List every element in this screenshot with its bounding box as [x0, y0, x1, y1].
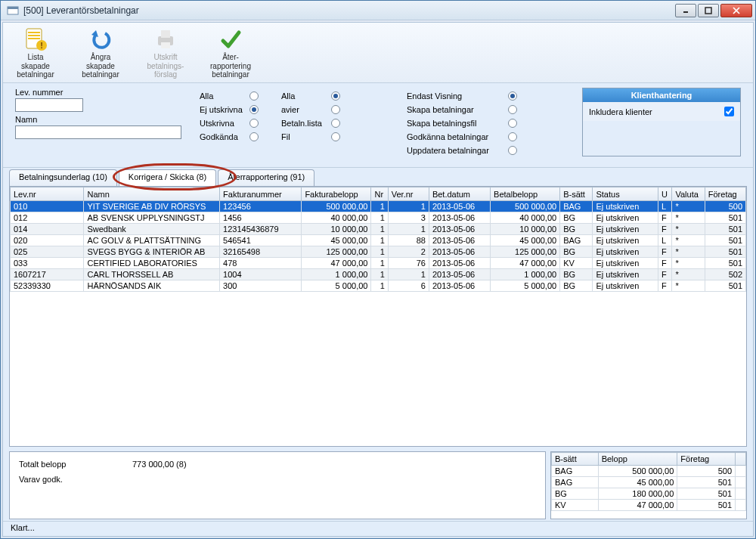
grid-cell: F	[658, 246, 672, 258]
tab-betalningsunderlag[interactable]: Betalningsunderlag (10)	[9, 169, 117, 186]
grid-cell: 125 000,00	[491, 246, 560, 258]
close-button[interactable]	[720, 4, 752, 17]
levnummer-input[interactable]	[15, 98, 83, 112]
radio-label: Uppdatera betalningar	[407, 146, 505, 155]
toolbar-angra-skapade[interactable]: Ångraskapadebetalningar	[74, 26, 127, 79]
grid-cell: BG	[560, 224, 593, 235]
grid-cell: BG	[560, 246, 593, 258]
grid-header[interactable]: Lev.nr	[11, 187, 84, 201]
toolbar-lista-skapade[interactable]: !Listaskapadebetalningar	[9, 26, 62, 79]
tabbar: Betalningsunderlag (10)Korrigera / Skick…	[3, 168, 753, 186]
grid-cell: 025	[11, 246, 84, 258]
grid-cell: *	[672, 224, 705, 235]
print-filter-option[interactable]: Utskrivna	[200, 116, 259, 129]
table-row[interactable]: 1607217CARL THORSSELL AB10041 000,001120…	[11, 269, 746, 280]
grid-cell: 501	[705, 224, 745, 235]
print-filter-option[interactable]: Alla	[200, 89, 259, 102]
radio-icon	[508, 132, 517, 141]
radio-icon	[508, 105, 517, 114]
svg-text:!: !	[40, 41, 43, 50]
radio-label: Betaln.lista	[281, 119, 328, 128]
main-grid[interactable]: Lev.nrNamnFakturanummerFakturabeloppNrVe…	[9, 186, 747, 447]
app-window: [500] Leverantörsbetalningar !Listaskapa…	[0, 0, 756, 539]
inkludera-klienter-checkbox[interactable]	[724, 107, 734, 116]
grid-cell: YIT SVERIGE AB DIV RÖRSYS	[84, 201, 220, 212]
grid-cell: Ej utskriven	[593, 201, 658, 212]
grid-cell: L	[658, 235, 672, 246]
type-filter-option[interactable]: Fil	[281, 130, 340, 143]
grid-cell: Ej utskriven	[593, 280, 658, 292]
table-row[interactable]: 020AC GOLV & PLATTSÄTTNING54654145 000,0…	[11, 235, 746, 246]
grid-cell: 1	[388, 224, 429, 235]
table-row[interactable]: 012AB SVENSK UPPLYSNINGSTJ145640 000,001…	[11, 212, 746, 224]
namn-input[interactable]	[15, 125, 181, 139]
print-filter-option[interactable]: Godkända	[200, 130, 259, 143]
type-filter-option[interactable]: Alla	[281, 89, 340, 102]
tab-korrigera-skicka[interactable]: Korrigera / Skicka (8)	[119, 169, 216, 186]
grid-cell: 1	[371, 235, 388, 246]
grid-header[interactable]: Nr	[371, 187, 388, 201]
grid-header[interactable]: U	[658, 187, 672, 201]
mode-option[interactable]: Endast Visning	[407, 89, 517, 102]
grid-header[interactable]: Fakturabelopp	[302, 187, 371, 201]
mini-row[interactable]: KV47 000,00501	[552, 500, 746, 511]
mini-row[interactable]: BG180 000,00501	[552, 488, 746, 500]
grid-cell: 501	[705, 212, 745, 224]
grid-cell: HÄRNÖSANDS AIK	[84, 280, 220, 292]
tab-aterrapportering[interactable]: Återrapportering (91)	[218, 169, 314, 186]
grid-cell: 1004	[220, 269, 302, 280]
type-filter-group: AllaavierBetaln.listaFil	[281, 89, 340, 156]
svg-rect-7	[28, 32, 40, 33]
grid-cell: *	[672, 212, 705, 224]
grid-header[interactable]: Namn	[84, 187, 220, 201]
mode-option[interactable]: Godkänna betalningar	[407, 130, 517, 143]
table-row[interactable]: 014Swedbank12314543687910 000,00112013-0…	[11, 224, 746, 235]
mode-option[interactable]: Skapa betalningar	[407, 103, 517, 116]
type-filter-option[interactable]: Betaln.lista	[281, 116, 340, 129]
minimize-button[interactable]	[675, 4, 696, 17]
mini-cell: 180 000,00	[598, 488, 677, 500]
type-filter-option[interactable]: avier	[281, 103, 340, 116]
grid-cell: 76	[388, 258, 429, 269]
mini-row[interactable]: BAG500 000,00500	[552, 466, 746, 477]
maximize-button[interactable]	[698, 4, 719, 17]
table-row[interactable]: 033CERTIFIED LABORATORIES47847 000,00176…	[11, 258, 746, 269]
grid-header[interactable]: Ver.nr	[388, 187, 429, 201]
table-row[interactable]: 52339330HÄRNÖSANDS AIK3005 000,00162013-…	[11, 280, 746, 292]
mode-option[interactable]: Skapa betalningsfil	[407, 116, 517, 129]
grid-cell: BAG	[560, 201, 593, 212]
bsatt-summary-grid[interactable]: B-sättBeloppFöretagBAG500 000,00500BAG45…	[550, 451, 747, 519]
grid-cell: Ej utskriven	[593, 258, 658, 269]
printer-icon	[153, 27, 178, 51]
grid-cell: CARL THORSSELL AB	[84, 269, 220, 280]
mini-header[interactable]: B-sätt	[552, 453, 599, 466]
radio-icon	[508, 119, 517, 128]
mini-row[interactable]: BAG45 000,00501	[552, 477, 746, 488]
mode-option[interactable]: Uppdatera betalningar	[407, 144, 517, 156]
app-icon	[7, 5, 19, 17]
table-row[interactable]: 010YIT SVERIGE AB DIV RÖRSYS123456500 00…	[11, 201, 746, 212]
print-filter-option[interactable]: Ej utskrivna	[200, 103, 259, 116]
grid-header[interactable]: B-sätt	[560, 187, 593, 201]
grid-header[interactable]: Fakturanummer	[220, 187, 302, 201]
grid-cell: Ej utskriven	[593, 269, 658, 280]
grid-header[interactable]: Valuta	[672, 187, 705, 201]
total-label: Totalt belopp	[19, 460, 87, 469]
table-row[interactable]: 025SVEGS BYGG & INTERIÖR AB32165498125 0…	[11, 246, 746, 258]
grid-cell: 45 000,00	[491, 235, 560, 246]
grid-cell: 123145436879	[220, 224, 302, 235]
mini-header[interactable]: Belopp	[598, 453, 677, 466]
titlebar: [500] Leverantörsbetalningar	[1, 1, 755, 20]
grid-cell: 501	[705, 280, 745, 292]
grid-header[interactable]: Bet.datum	[429, 187, 490, 201]
grid-header[interactable]: Betalbelopp	[491, 187, 560, 201]
svg-rect-14	[161, 42, 170, 48]
radio-icon	[508, 91, 517, 101]
mini-header[interactable]: Företag	[677, 453, 736, 466]
grid-cell: 300	[220, 280, 302, 292]
grid-header[interactable]: Status	[593, 187, 658, 201]
grid-cell: 500 000,00	[302, 201, 371, 212]
radio-icon	[331, 119, 340, 128]
grid-header[interactable]: Företag	[705, 187, 745, 201]
toolbar-aterrapp[interactable]: Åter-rapporteringbetalningar	[204, 26, 257, 79]
